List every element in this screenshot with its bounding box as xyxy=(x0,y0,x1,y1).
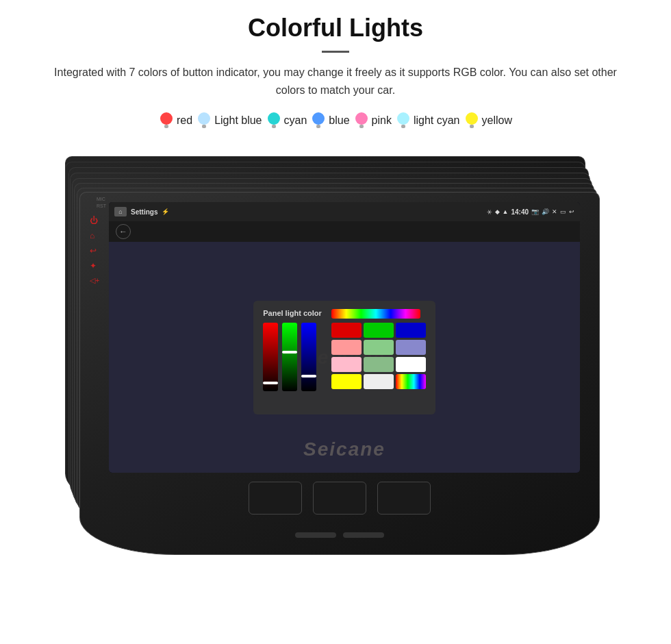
page-title: Colorful Lights xyxy=(248,14,423,42)
back-icon: ↩ xyxy=(90,246,99,256)
description-text: Integrated with 7 colors of button indic… xyxy=(41,64,630,99)
swatch-pink[interactable] xyxy=(331,340,362,355)
green-slider-thumb xyxy=(282,351,297,354)
rst-label: RST xyxy=(97,203,106,208)
bulb-pink xyxy=(354,111,369,130)
swatch-red[interactable] xyxy=(331,323,362,338)
bulb-lightcyan xyxy=(396,111,411,130)
left-icon-column: ⏻ ⌂ ↩ ✦ ◁+ xyxy=(90,216,99,285)
svg-point-10 xyxy=(397,112,409,125)
home-icon: ⌂ xyxy=(90,231,99,240)
color-label-lightblue: Light blue xyxy=(214,114,262,127)
red-slider[interactable] xyxy=(263,323,278,391)
vol-icon: 🔊 xyxy=(542,208,549,215)
color-item-lightblue: Light blue xyxy=(197,111,262,130)
foot-2 xyxy=(343,532,384,538)
svg-point-8 xyxy=(355,112,368,125)
swatch-green[interactable] xyxy=(364,323,394,338)
blue-slider-thumb xyxy=(301,375,316,377)
bulb-lightblue xyxy=(197,111,212,130)
car-unit-area: MIC RST ⏻ ⌂ ↩ ✦ ◁+ xyxy=(14,145,657,584)
svg-point-12 xyxy=(466,112,478,125)
svg-rect-11 xyxy=(401,125,405,128)
signal-icon: ▲ xyxy=(503,208,509,215)
svg-rect-1 xyxy=(164,125,168,128)
bottom-btn-1[interactable] xyxy=(249,482,302,515)
bluetooth-icon: ⚹ xyxy=(487,208,492,216)
usb-icon: ⚡ xyxy=(162,208,169,215)
swatch-white2[interactable] xyxy=(364,374,394,389)
title-divider xyxy=(322,51,349,53)
panel-title: Panel light color xyxy=(263,309,322,317)
swatch-blue[interactable] xyxy=(396,323,426,338)
color-label-pink: pink xyxy=(372,114,392,127)
bulb-blue xyxy=(311,111,326,130)
svg-point-6 xyxy=(312,112,325,125)
home-btn-icon: ⌂ xyxy=(114,207,127,216)
home-symbol: ⌂ xyxy=(118,208,122,215)
swatch-white[interactable] xyxy=(396,357,426,372)
color-item-red: red xyxy=(159,111,192,130)
location-icon: ◆ xyxy=(495,208,500,215)
color-label-cyan: cyan xyxy=(284,114,307,127)
color-item-lightcyan: light cyan xyxy=(396,111,460,130)
foot-1 xyxy=(295,532,336,538)
page-container: Colorful Lights Integrated with 7 colors… xyxy=(0,0,671,644)
camera-icon: 📷 xyxy=(531,208,539,215)
swatch-rainbow[interactable] xyxy=(396,374,426,389)
swatch-lightpink[interactable] xyxy=(331,357,362,372)
color-item-blue: blue xyxy=(311,111,349,130)
panel-left: Panel light color xyxy=(263,309,322,391)
settings-icon: ✦ xyxy=(90,261,99,271)
bottom-buttons-area xyxy=(249,482,431,515)
color-label-red: red xyxy=(177,114,192,127)
bulb-yellow xyxy=(464,111,479,130)
svg-point-2 xyxy=(198,112,210,125)
status-bar: ⌂ Settings ⚡ ⚹ ◆ ▲ 14:40 📷 🔊 ✕ xyxy=(109,202,580,221)
seicane-watermark-bottom: Seicane xyxy=(303,438,385,460)
time-display: 14:40 xyxy=(511,208,529,216)
swatch-yellow[interactable] xyxy=(331,374,362,389)
main-screen: ⌂ Settings ⚡ ⚹ ◆ ▲ 14:40 📷 🔊 ✕ xyxy=(109,202,580,473)
panel-right xyxy=(331,309,426,406)
close-icon: ✕ xyxy=(552,208,557,215)
swatch-lightblue[interactable] xyxy=(396,340,426,355)
bottom-btn-3[interactable] xyxy=(377,482,431,515)
volume-icon: ◁+ xyxy=(90,276,99,285)
status-bar-right: ⚹ ◆ ▲ 14:40 📷 🔊 ✕ ▭ ↩ xyxy=(487,208,575,216)
bottom-btn-2[interactable] xyxy=(313,482,366,515)
svg-rect-9 xyxy=(359,125,364,128)
window-icon: ▭ xyxy=(560,208,566,215)
android-screen: ⌂ Settings ⚡ ⚹ ◆ ▲ 14:40 📷 🔊 ✕ xyxy=(109,202,580,473)
svg-rect-13 xyxy=(470,125,474,128)
nav-back-button[interactable]: ← xyxy=(116,224,131,239)
svg-point-0 xyxy=(160,112,173,125)
main-unit: MIC RST ⏻ ⌂ ↩ ✦ ◁+ xyxy=(79,192,600,555)
bulb-red xyxy=(159,111,174,130)
svg-rect-7 xyxy=(316,125,320,128)
swatch-mint[interactable] xyxy=(364,357,394,372)
color-label-blue: blue xyxy=(329,114,349,127)
color-item-cyan: cyan xyxy=(266,111,307,130)
sliders-group xyxy=(263,323,322,391)
color-item-pink: pink xyxy=(354,111,392,130)
color-item-yellow: yellow xyxy=(464,111,512,130)
nav-bar: ← xyxy=(109,221,580,242)
status-bar-left: ⌂ Settings ⚡ xyxy=(114,207,169,216)
color-label-lightcyan: light cyan xyxy=(414,114,460,127)
blue-slider[interactable] xyxy=(301,323,316,391)
color-panel: Panel light color xyxy=(253,301,435,414)
bottom-feet xyxy=(271,527,408,542)
red-slider-thumb xyxy=(263,382,278,384)
android-back: ↩ xyxy=(569,208,574,215)
spectrum-bar xyxy=(331,309,420,319)
bulb-cyan xyxy=(266,111,281,130)
svg-rect-5 xyxy=(272,125,276,128)
color-label-yellow: yellow xyxy=(482,114,512,127)
color-list: red Light blue cyan blue xyxy=(159,111,512,130)
color-grid xyxy=(331,323,426,406)
green-slider[interactable] xyxy=(282,323,297,391)
swatch-lightgreen[interactable] xyxy=(364,340,394,355)
mic-label: MIC xyxy=(97,197,105,201)
power-icon: ⏻ xyxy=(90,216,99,225)
